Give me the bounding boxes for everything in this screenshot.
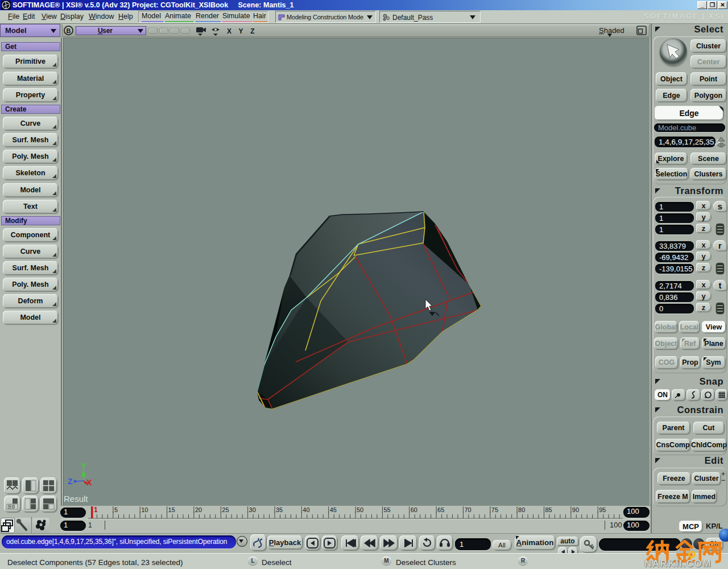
- svg-text:65: 65: [437, 506, 444, 513]
- svg-text:80: 80: [518, 506, 525, 513]
- svg-text:10: 10: [141, 506, 148, 513]
- svg-text:60: 60: [411, 506, 417, 513]
- svg-text:50: 50: [357, 506, 363, 513]
- svg-text:20: 20: [195, 506, 202, 513]
- svg-text:75: 75: [491, 506, 498, 513]
- svg-text:Y: Y: [81, 461, 86, 471]
- svg-text:90: 90: [572, 506, 579, 513]
- svg-text:25: 25: [222, 506, 229, 513]
- svg-text:35: 35: [276, 506, 283, 513]
- svg-text:45: 45: [330, 506, 337, 513]
- svg-text:85: 85: [545, 506, 552, 513]
- svg-text:Z: Z: [68, 477, 73, 486]
- svg-text:1: 1: [94, 506, 98, 514]
- svg-text:15: 15: [168, 506, 175, 513]
- svg-text:Result: Result: [64, 494, 88, 504]
- svg-text:70: 70: [464, 506, 471, 513]
- svg-text:5: 5: [114, 506, 118, 513]
- svg-text:30: 30: [249, 506, 256, 513]
- svg-text:95: 95: [599, 506, 606, 513]
- svg-text:55: 55: [383, 506, 390, 513]
- svg-text:X: X: [86, 478, 92, 487]
- svg-text:40: 40: [303, 506, 309, 513]
